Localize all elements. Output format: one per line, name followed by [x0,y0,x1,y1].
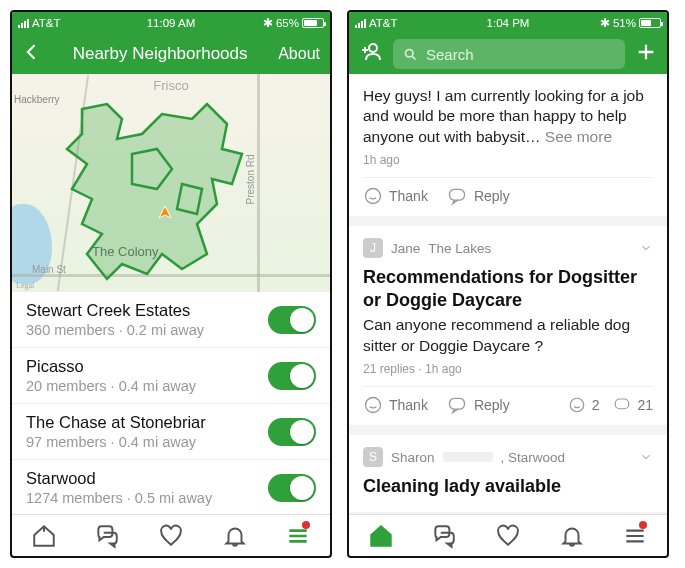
smile-icon [363,186,383,206]
svg-point-2 [366,189,381,204]
neighborhood-list: Stewart Creek Estates360 members · 0.2 m… [12,292,330,514]
svg-rect-3 [449,190,464,201]
post-actions: Thank Reply 2 21 [363,386,653,415]
smile-icon [568,396,586,414]
tab-favorites-icon[interactable] [495,523,521,549]
post-card[interactable]: J Jane The Lakes Recommendations for Dog… [349,226,667,425]
neighborhood-row[interactable]: Stewart Creek Estates360 members · 0.2 m… [12,292,330,348]
see-more-link[interactable]: See more [545,128,612,145]
tab-home-icon[interactable] [31,523,57,549]
toggle-switch[interactable] [268,306,316,334]
notification-badge-icon [639,521,647,529]
map[interactable]: Preston Rd Main St Hackberry The Colony … [12,74,330,292]
tab-notifications-icon[interactable] [559,523,585,549]
city-label: Frisco [153,78,188,93]
neighborhood-name: Stewart Creek Estates [26,301,268,320]
neighborhood-meta: 20 members · 0.4 mi away [26,378,268,394]
post-header: J Jane The Lakes [363,238,653,258]
svg-rect-5 [449,399,464,410]
svg-point-4 [366,398,381,413]
post-title: Cleaning lady available [363,475,653,498]
chevron-down-icon[interactable] [639,450,653,464]
post-card[interactable]: Hey guys! I am currently looking for a j… [349,74,667,216]
carrier: AT&T [32,17,61,29]
comments-count[interactable]: 21 [613,396,653,414]
tab-notifications-icon[interactable] [222,523,248,549]
svg-rect-7 [616,399,630,409]
reply-button[interactable]: Reply [446,395,510,415]
author-area: , Starwood [501,450,566,465]
bluetooth-icon: ✱ [600,16,610,30]
neighborhood-name: Picasso [26,357,268,376]
tab-home-icon[interactable] [368,523,394,549]
battery-pct: 51% [613,17,636,29]
neighborhood-name: Starwood [26,469,268,488]
reply-button[interactable]: Reply [446,186,510,206]
bluetooth-icon: ✱ [263,16,273,30]
battery-icon [302,18,324,28]
post-time: 1h ago [363,153,653,167]
redacted-text [443,452,493,462]
smile-icon [363,395,383,415]
author-name[interactable]: Sharon [391,450,435,465]
search-input[interactable]: Search [393,39,625,69]
phone-right: AT&T 1:04 PM ✱ 51% Search Hey guys! I am… [347,10,669,558]
thank-button[interactable]: Thank [363,395,428,415]
neighborhood-row[interactable]: Starwood1274 members · 0.5 mi away [12,460,330,514]
phone-left: AT&T 11:09 AM ✱ 65% Nearby Neighborhoods… [10,10,332,558]
location-marker-icon [157,204,173,220]
post-body: Can anyone recommend a reliable dog sitt… [363,315,653,356]
neighborhood-meta: 97 members · 0.4 mi away [26,434,268,450]
neighborhood-row[interactable]: Picasso20 members · 0.4 mi away [12,348,330,404]
legal-link[interactable]: Legal [16,281,34,290]
add-person-icon[interactable] [359,40,383,68]
carrier: AT&T [369,17,398,29]
compose-icon[interactable] [635,41,657,67]
battery-icon [639,18,661,28]
tab-favorites-icon[interactable] [158,523,184,549]
page-title: Nearby Neighborhoods [52,44,268,64]
author-name[interactable]: Jane [391,241,420,256]
status-bar: AT&T 11:09 AM ✱ 65% [12,12,330,34]
svg-point-6 [570,399,584,413]
header: Search [349,34,667,74]
chevron-down-icon[interactable] [639,241,653,255]
comment-icon [613,396,631,414]
neighborhood-name: The Chase at Stonebriar [26,413,268,432]
neighborhood-meta: 1274 members · 0.5 mi away [26,490,268,506]
post-title: Recommendations for Dogsitter or Doggie … [363,266,653,311]
likes-count[interactable]: 2 [568,396,600,414]
header: Nearby Neighborhoods About [12,34,330,74]
tab-bar [12,514,330,556]
neighborhood-row[interactable]: The Chase at Stonebriar97 members · 0.4 … [12,404,330,460]
post-body: Hey guys! I am currently looking for a j… [363,86,653,147]
comment-icon [446,186,468,206]
signal-icon [18,19,29,28]
post-meta: 21 replies · 1h ago [363,362,653,376]
toggle-switch[interactable] [268,362,316,390]
avatar[interactable]: S [363,447,383,467]
signal-icon [355,19,366,28]
notification-badge-icon [302,521,310,529]
avatar[interactable]: J [363,238,383,258]
search-placeholder: Search [426,46,474,63]
neighborhood-meta: 360 members · 0.2 mi away [26,322,268,338]
tab-bar [349,514,667,556]
feed: Hey guys! I am currently looking for a j… [349,74,667,514]
post-actions: Thank Reply [363,177,653,206]
tab-chat-icon[interactable] [94,523,120,549]
back-arrow-icon[interactable] [22,42,42,66]
tab-chat-icon[interactable] [431,523,457,549]
thank-button[interactable]: Thank [363,186,428,206]
svg-point-0 [369,44,377,52]
post-card[interactable]: S Sharon , Starwood Cleaning lady availa… [349,435,667,512]
comment-icon [446,395,468,415]
post-header: S Sharon , Starwood [363,447,653,467]
search-icon [403,47,418,62]
svg-point-1 [406,49,414,57]
battery-pct: 65% [276,17,299,29]
author-area: The Lakes [428,241,491,256]
toggle-switch[interactable] [268,474,316,502]
about-link[interactable]: About [278,45,320,63]
toggle-switch[interactable] [268,418,316,446]
